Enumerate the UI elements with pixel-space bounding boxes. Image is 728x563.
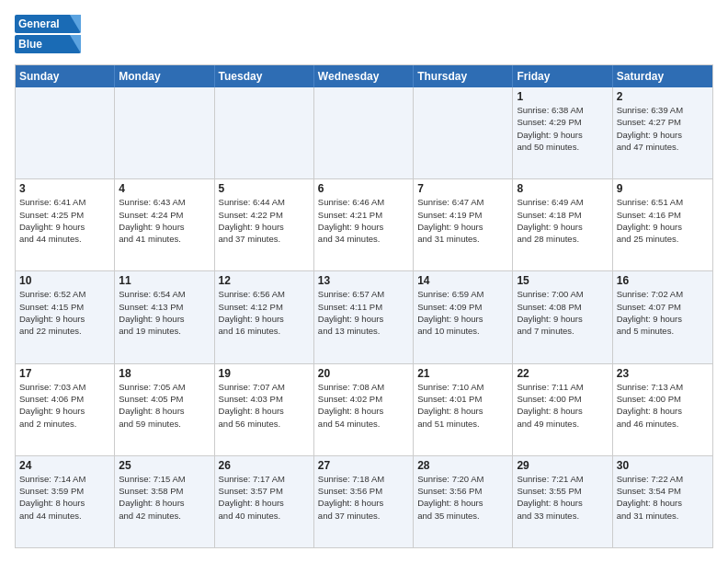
calendar-cell: 2Sunrise: 6:39 AM Sunset: 4:27 PM Daylig…: [613, 87, 712, 178]
calendar-cell: 24Sunrise: 7:14 AM Sunset: 3:59 PM Dayli…: [16, 456, 115, 547]
day-info: Sunrise: 7:14 AM Sunset: 3:59 PM Dayligh…: [19, 473, 110, 522]
calendar-cell: 6Sunrise: 6:46 AM Sunset: 4:21 PM Daylig…: [314, 179, 414, 270]
calendar-body: 1Sunrise: 6:38 AM Sunset: 4:29 PM Daylig…: [16, 87, 712, 547]
calendar-cell: [414, 87, 513, 178]
day-info: Sunrise: 6:57 AM Sunset: 4:11 PM Dayligh…: [318, 288, 409, 337]
calendar-cell: 16Sunrise: 7:02 AM Sunset: 4:07 PM Dayli…: [613, 271, 712, 362]
calendar-header-cell: Wednesday: [314, 65, 414, 87]
calendar-cell: [16, 87, 115, 178]
calendar-cell: 12Sunrise: 6:56 AM Sunset: 4:12 PM Dayli…: [215, 271, 314, 362]
day-info: Sunrise: 6:39 AM Sunset: 4:27 PM Dayligh…: [617, 104, 709, 153]
calendar-cell: [314, 87, 414, 178]
day-info: Sunrise: 7:08 AM Sunset: 4:02 PM Dayligh…: [318, 381, 409, 430]
day-number: 14: [417, 274, 508, 287]
day-number: 30: [617, 459, 709, 472]
day-info: Sunrise: 7:22 AM Sunset: 3:54 PM Dayligh…: [617, 473, 709, 522]
calendar-cell: 15Sunrise: 7:00 AM Sunset: 4:08 PM Dayli…: [513, 271, 612, 362]
svg-text:Blue: Blue: [18, 38, 42, 51]
calendar-cell: 7Sunrise: 6:47 AM Sunset: 4:19 PM Daylig…: [414, 179, 513, 270]
calendar-cell: 4Sunrise: 6:43 AM Sunset: 4:24 PM Daylig…: [115, 179, 214, 270]
svg-text:General: General: [18, 17, 60, 30]
day-info: Sunrise: 6:49 AM Sunset: 4:18 PM Dayligh…: [517, 196, 608, 245]
day-number: 29: [517, 459, 608, 472]
calendar-cell: 5Sunrise: 6:44 AM Sunset: 4:22 PM Daylig…: [215, 179, 314, 270]
day-info: Sunrise: 6:56 AM Sunset: 4:12 PM Dayligh…: [219, 288, 310, 337]
day-info: Sunrise: 7:02 AM Sunset: 4:07 PM Dayligh…: [617, 288, 709, 337]
calendar-cell: 9Sunrise: 6:51 AM Sunset: 4:16 PM Daylig…: [613, 179, 712, 270]
calendar-cell: 1Sunrise: 6:38 AM Sunset: 4:29 PM Daylig…: [513, 87, 612, 178]
day-number: 13: [318, 274, 409, 287]
calendar-cell: 11Sunrise: 6:54 AM Sunset: 4:13 PM Dayli…: [115, 271, 214, 362]
calendar-cell: [115, 87, 214, 178]
calendar-cell: 21Sunrise: 7:10 AM Sunset: 4:01 PM Dayli…: [414, 364, 513, 455]
day-info: Sunrise: 6:52 AM Sunset: 4:15 PM Dayligh…: [19, 288, 110, 337]
day-number: 6: [318, 182, 409, 195]
day-number: 18: [119, 367, 210, 380]
day-info: Sunrise: 7:05 AM Sunset: 4:05 PM Dayligh…: [119, 381, 210, 430]
calendar-header-cell: Thursday: [414, 65, 513, 87]
page: General Blue SundayMondayTuesdayWednesda…: [0, 0, 728, 563]
calendar: SundayMondayTuesdayWednesdayThursdayFrid…: [15, 64, 713, 548]
day-info: Sunrise: 7:17 AM Sunset: 3:57 PM Dayligh…: [219, 473, 310, 522]
day-info: Sunrise: 7:20 AM Sunset: 3:56 PM Dayligh…: [417, 473, 508, 522]
day-number: 19: [219, 367, 310, 380]
day-info: Sunrise: 6:51 AM Sunset: 4:16 PM Dayligh…: [617, 196, 709, 245]
day-number: 11: [119, 274, 210, 287]
day-number: 10: [19, 274, 110, 287]
day-number: 5: [219, 182, 310, 195]
day-number: 15: [517, 274, 608, 287]
calendar-cell: 3Sunrise: 6:41 AM Sunset: 4:25 PM Daylig…: [16, 179, 115, 270]
day-info: Sunrise: 7:11 AM Sunset: 4:00 PM Dayligh…: [517, 381, 608, 430]
calendar-cell: 17Sunrise: 7:03 AM Sunset: 4:06 PM Dayli…: [16, 364, 115, 455]
calendar-header-cell: Monday: [115, 65, 214, 87]
day-info: Sunrise: 6:59 AM Sunset: 4:09 PM Dayligh…: [417, 288, 508, 337]
calendar-header-cell: Sunday: [16, 65, 115, 87]
day-number: 2: [617, 90, 709, 103]
day-info: Sunrise: 6:54 AM Sunset: 4:13 PM Dayligh…: [119, 288, 210, 337]
day-info: Sunrise: 7:15 AM Sunset: 3:58 PM Dayligh…: [119, 473, 210, 522]
calendar-row: 1Sunrise: 6:38 AM Sunset: 4:29 PM Daylig…: [16, 87, 712, 179]
calendar-cell: 28Sunrise: 7:20 AM Sunset: 3:56 PM Dayli…: [414, 456, 513, 547]
day-number: 9: [617, 182, 709, 195]
day-number: 17: [19, 367, 110, 380]
calendar-cell: 18Sunrise: 7:05 AM Sunset: 4:05 PM Dayli…: [115, 364, 214, 455]
calendar-cell: 10Sunrise: 6:52 AM Sunset: 4:15 PM Dayli…: [16, 271, 115, 362]
calendar-cell: 23Sunrise: 7:13 AM Sunset: 4:00 PM Dayli…: [613, 364, 712, 455]
day-info: Sunrise: 6:46 AM Sunset: 4:21 PM Dayligh…: [318, 196, 409, 245]
calendar-cell: 25Sunrise: 7:15 AM Sunset: 3:58 PM Dayli…: [115, 456, 214, 547]
calendar-cell: 27Sunrise: 7:18 AM Sunset: 3:56 PM Dayli…: [314, 456, 414, 547]
calendar-cell: 8Sunrise: 6:49 AM Sunset: 4:18 PM Daylig…: [513, 179, 612, 270]
day-info: Sunrise: 7:10 AM Sunset: 4:01 PM Dayligh…: [417, 381, 508, 430]
calendar-cell: 29Sunrise: 7:21 AM Sunset: 3:55 PM Dayli…: [513, 456, 612, 547]
calendar-cell: 22Sunrise: 7:11 AM Sunset: 4:00 PM Dayli…: [513, 364, 612, 455]
calendar-row: 10Sunrise: 6:52 AM Sunset: 4:15 PM Dayli…: [16, 271, 712, 363]
day-number: 24: [19, 459, 110, 472]
day-info: Sunrise: 6:38 AM Sunset: 4:29 PM Dayligh…: [517, 104, 608, 153]
calendar-cell: 14Sunrise: 6:59 AM Sunset: 4:09 PM Dayli…: [414, 271, 513, 362]
calendar-header-cell: Friday: [513, 65, 612, 87]
logo-svg: General Blue: [15, 15, 88, 55]
calendar-header-cell: Saturday: [613, 65, 712, 87]
day-number: 21: [417, 367, 508, 380]
calendar-row: 24Sunrise: 7:14 AM Sunset: 3:59 PM Dayli…: [16, 456, 712, 547]
calendar-row: 17Sunrise: 7:03 AM Sunset: 4:06 PM Dayli…: [16, 364, 712, 456]
header: General Blue: [15, 15, 713, 55]
day-number: 27: [318, 459, 409, 472]
day-info: Sunrise: 6:43 AM Sunset: 4:24 PM Dayligh…: [119, 196, 210, 245]
day-number: 4: [119, 182, 210, 195]
day-info: Sunrise: 7:07 AM Sunset: 4:03 PM Dayligh…: [219, 381, 310, 430]
day-number: 8: [517, 182, 608, 195]
day-info: Sunrise: 7:03 AM Sunset: 4:06 PM Dayligh…: [19, 381, 110, 430]
calendar-cell: 26Sunrise: 7:17 AM Sunset: 3:57 PM Dayli…: [215, 456, 314, 547]
day-number: 12: [219, 274, 310, 287]
day-info: Sunrise: 7:18 AM Sunset: 3:56 PM Dayligh…: [318, 473, 409, 522]
day-number: 3: [19, 182, 110, 195]
day-info: Sunrise: 7:13 AM Sunset: 4:00 PM Dayligh…: [617, 381, 709, 430]
logo: General Blue: [15, 15, 88, 55]
calendar-row: 3Sunrise: 6:41 AM Sunset: 4:25 PM Daylig…: [16, 179, 712, 271]
calendar-cell: 13Sunrise: 6:57 AM Sunset: 4:11 PM Dayli…: [314, 271, 414, 362]
day-number: 22: [517, 367, 608, 380]
day-info: Sunrise: 7:00 AM Sunset: 4:08 PM Dayligh…: [517, 288, 608, 337]
day-number: 26: [219, 459, 310, 472]
calendar-cell: [215, 87, 314, 178]
